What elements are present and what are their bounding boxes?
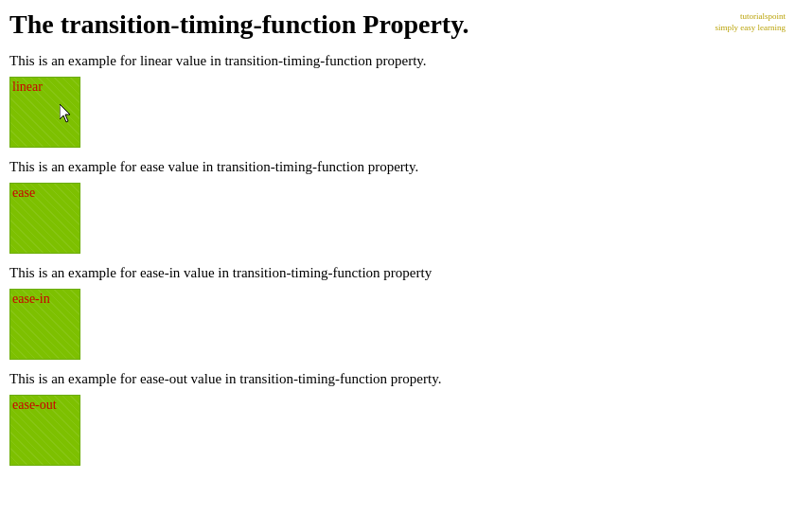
box-label-ease: ease (12, 186, 35, 201)
demo-box-linear[interactable]: linear (9, 77, 80, 148)
description-linear: This is an example for linear value in t… (9, 53, 786, 69)
demo-box-ease-out[interactable]: ease-out (9, 395, 80, 466)
demo-box-ease[interactable]: ease (9, 183, 80, 254)
cursor-icon (60, 104, 73, 121)
section-ease: This is an example for ease value in tra… (9, 159, 786, 254)
section-linear: This is an example for linear value in t… (9, 53, 786, 148)
description-ease: This is an example for ease value in tra… (9, 159, 786, 175)
section-ease-out: This is an example for ease-out value in… (9, 371, 786, 466)
box-label-linear: linear (12, 80, 43, 95)
demo-box-ease-in[interactable]: ease-in (9, 289, 80, 360)
page-title: The transition-timing-function Property. (9, 9, 786, 40)
box-label-ease-in: ease-in (12, 292, 50, 307)
description-ease-in: This is an example for ease-in value in … (9, 265, 786, 281)
description-ease-out: This is an example for ease-out value in… (9, 371, 786, 387)
box-label-ease-out: ease-out (12, 398, 57, 413)
section-ease-in: This is an example for ease-in value in … (9, 265, 786, 360)
watermark: tutorialspoint simply easy learning (716, 11, 786, 33)
